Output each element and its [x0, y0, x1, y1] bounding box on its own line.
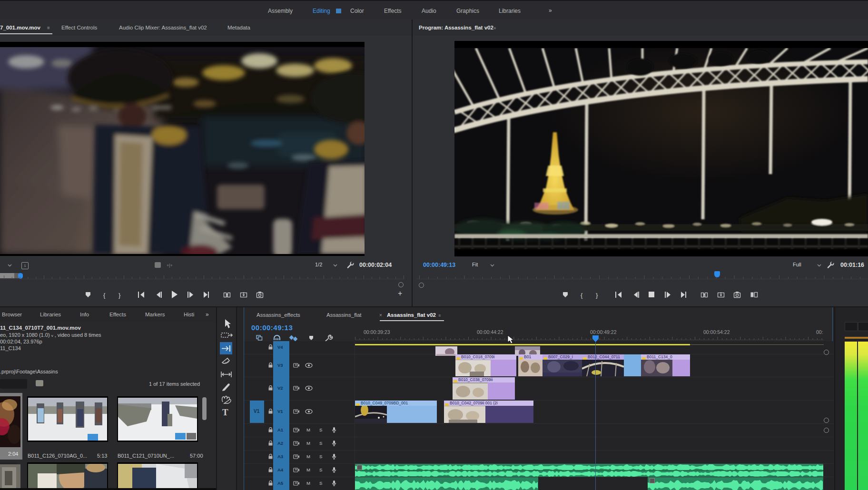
svg-text:{: {	[581, 292, 583, 299]
svg-text:}: }	[118, 292, 121, 299]
svg-text:T: T	[222, 407, 228, 417]
svg-text:{: {	[103, 292, 106, 299]
svg-text:}: }	[596, 292, 598, 299]
